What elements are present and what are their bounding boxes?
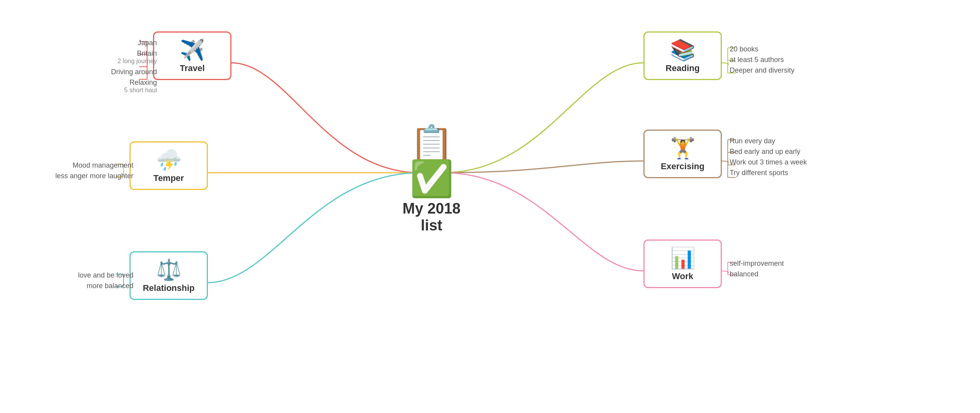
center-icon: 📋✅ — [392, 126, 471, 196]
exercising-label: Exercising — [661, 161, 704, 172]
temper-branch-1: less anger more laughter — [55, 171, 133, 181]
relationship-branch-1: more balanced — [78, 281, 133, 291]
exercising-branches: Run every dayBed early and up earlyWork … — [730, 136, 807, 178]
travel-icon: ✈️ — [180, 40, 205, 60]
node-exercising: 🏋️ Exercising — [643, 130, 722, 178]
relationship-branch-0: love and be loved — [78, 270, 133, 281]
node-work: 📊 Work — [643, 239, 722, 288]
relationship-branches: love and be lovedmore balanced — [78, 270, 133, 291]
node-relationship: ⚖️ Relationship — [129, 251, 208, 300]
temper-icon: ⛈️ — [156, 150, 182, 170]
center-node: 📋✅ My 2018 list — [392, 126, 471, 234]
temper-branch-0: Mood management — [55, 160, 133, 171]
reading-branches: 20 booksat least 5 authorsDeeper and div… — [730, 44, 794, 76]
reading-branch-2: Deeper and diversity — [730, 65, 794, 76]
temper-label: Temper — [153, 173, 184, 183]
connection-exercising — [443, 161, 643, 173]
travel-label: Travel — [180, 63, 205, 73]
connection-relationship — [208, 173, 420, 283]
exercising-branch-1: Bed early and up early — [730, 146, 807, 157]
node-reading: 📚 Reading — [643, 31, 722, 80]
exercising-branch-0: Run every day — [730, 136, 807, 146]
work-branch-1: balanced — [730, 269, 784, 280]
work-icon: 📊 — [670, 248, 696, 268]
mind-map: 📋✅ My 2018 list ✈️ Travel JapanBritain2 … — [0, 0, 980, 413]
reading-icon: 📚 — [670, 40, 696, 60]
center-title: My 2018 list — [392, 200, 471, 234]
travel-branch-0: Japan — [111, 38, 157, 48]
travel-branches: JapanBritain2 long journeyDriving around… — [111, 38, 157, 96]
relationship-label: Relationship — [143, 283, 195, 293]
travel-branch-3: Relaxing5 short haul — [111, 77, 157, 95]
connection-reading — [443, 63, 643, 173]
node-temper: ⛈️ Temper — [129, 141, 208, 190]
node-travel: ✈️ Travel — [153, 31, 231, 80]
relationship-icon: ⚖️ — [156, 259, 182, 280]
work-branch-0: self-improvement — [730, 258, 784, 269]
temper-branches: Mood managementless anger more laughter — [55, 160, 133, 181]
travel-branch-2: Driving around — [111, 67, 157, 77]
work-branches: self-improvementbalanced — [730, 258, 784, 280]
connection-travel — [231, 63, 420, 173]
reading-branch-0: 20 books — [730, 44, 794, 55]
exercising-branch-3: Try different sports — [730, 168, 807, 178]
exercising-branch-2: Work out 3 times a week — [730, 157, 807, 168]
work-label: Work — [672, 271, 694, 281]
travel-branch-1: Britain2 long journey — [111, 48, 157, 66]
reading-label: Reading — [666, 63, 700, 73]
exercising-icon: 🏋️ — [670, 138, 696, 158]
reading-branch-1: at least 5 authors — [730, 55, 794, 65]
connection-work — [443, 173, 643, 271]
